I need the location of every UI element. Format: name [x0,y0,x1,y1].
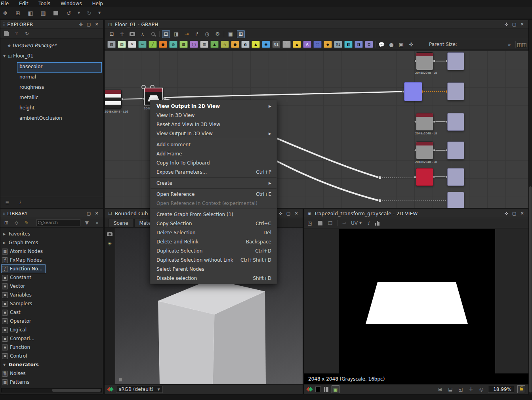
save-icon[interactable] [51,9,60,17]
overflow-icon[interactable]: » [93,219,101,226]
menu-item-create[interactable]: Create ▶ [150,178,277,188]
menu-windows[interactable]: Windows [61,1,82,6]
node-output-purple[interactable] [447,113,464,131]
view2d-canvas[interactable]: 2048 x 2048 (Grayscale, 16bpc) [304,229,528,384]
svg-node-icon[interactable]: ▤ [118,41,126,48]
sidebar-item-cast[interactable]: ▪ Cast [0,308,21,317]
menu-item-select-parent-nodes[interactable]: Select Parent Nodes [150,264,277,274]
sidebar-item-generators[interactable]: ▼ Generators [0,360,39,369]
center-view-icon[interactable]: ✛ [467,386,475,393]
output-row-metallic[interactable]: metallic [0,93,103,103]
sidebar-item-control[interactable]: ▪ Control [0,352,27,360]
crop-node-icon[interactable]: ✂ [138,41,147,48]
channels-icon[interactable] [324,387,328,392]
screenshot-icon[interactable] [128,30,136,38]
menu-item-copy-selection[interactable]: Copy Selection Ctrl+C [150,219,277,228]
sidebar-item-function-nodes[interactable]: ƒ Function No... [0,264,104,273]
graph-row[interactable]: ▼ ◫ Floor_01 [0,51,103,61]
node-output-purple[interactable] [447,52,464,70]
node-output-gray[interactable] [416,142,433,159]
zoom-level[interactable]: 18.99% [488,386,514,393]
node-output-gray[interactable] [416,52,433,70]
reroute-icon[interactable]: ↱ [193,30,201,38]
chevron-right-icon[interactable]: ▶ [2,232,7,236]
shape-node-icon[interactable]: ◆ [324,41,332,48]
normal-node-icon[interactable]: ◉ [262,41,270,48]
output-row-height[interactable]: height [0,103,103,114]
overflow-icon[interactable]: » [505,40,513,48]
close-icon[interactable]: ✕ [93,21,101,28]
vertical-scrollbar[interactable] [529,20,532,394]
transform-node-icon[interactable]: ⬚ [313,41,322,48]
menu-item-create-graph-from-selection[interactable]: Create Graph From Selection (1) [150,210,277,219]
instance-node-icon[interactable]: ⊡ [365,41,373,48]
tab-scene[interactable]: Scene [109,219,133,227]
pin-icon[interactable]: ✜ [276,210,284,217]
close-icon[interactable]: ✕ [93,210,101,217]
menu-item-open-reference[interactable]: Open Reference Ctrl+E [150,189,277,199]
save-image-icon[interactable] [317,220,324,227]
edit-icon[interactable]: ✎ [23,219,30,226]
hierarchy-icon[interactable]: ≣ [4,199,11,206]
filter-icon[interactable]: ▼ [84,219,91,226]
grid-toggle-icon[interactable]: ⊞ [237,30,245,38]
pixel-ratio-icon[interactable]: ◎ [478,386,485,393]
maximize-icon[interactable]: ▢ [510,21,518,28]
menu-item-delete-and-relink[interactable]: Delete and Relink Backspace [150,237,277,246]
colorspace-select[interactable]: sRGB (default) ▼ [116,386,163,393]
close-icon[interactable]: ✕ [518,21,526,28]
close-icon[interactable]: ✕ [292,210,300,217]
redo-history-caret-icon[interactable]: ▼ [97,11,101,15]
node-output-gray[interactable] [416,113,433,131]
output-row-basecolor[interactable]: basecolor [0,62,103,73]
chevron-down-icon[interactable]: ▼ [2,363,7,367]
menu-item-delete-selection[interactable]: Delete Selection Del [150,228,277,237]
scrollbar-thumb[interactable] [52,389,101,392]
image-frame-icon[interactable]: ▣ [397,40,405,48]
output-row-normal[interactable]: normal [0,73,103,83]
menu-tools[interactable]: Tools [38,1,50,6]
hsl-node-icon[interactable]: ◯ [190,41,198,48]
scene-tree-icon[interactable]: ≣ [117,376,124,383]
menu-item-copy-info[interactable]: Copy Info To Clipboard [150,158,277,167]
node-blend-active[interactable] [404,82,422,101]
collections-icon[interactable]: ◇ [13,219,20,226]
fit-width-icon[interactable]: ⬓ [447,386,454,393]
menu-item-view-output-3d[interactable]: View Output In 3D View ▶ [150,129,277,138]
library-horizontal-scrollbar[interactable] [1,388,102,392]
new-package-icon[interactable]: ❖ [1,9,10,17]
save-package-icon[interactable] [3,30,10,37]
snap-icon[interactable]: ⊟ [162,30,170,38]
menu-item-disable-selection[interactable]: Disable selection Shift+D [150,274,277,283]
levels-node-icon[interactable]: ▥ [200,41,208,48]
menu-item-add-frame[interactable]: Add Frame [150,149,277,158]
display-options-icon[interactable]: ▣ [227,30,235,38]
copy-image-icon[interactable]: ❐ [327,220,334,227]
text-node-icon[interactable]: A [303,41,311,48]
pushpin-icon[interactable]: ✜ [407,40,415,48]
comment-icon[interactable]: 💬 [378,40,385,48]
blur-node-icon[interactable]: ● [159,41,167,48]
info-cursor-icon[interactable]: i. [139,30,147,38]
undo-history-caret-icon[interactable]: ▼ [77,11,81,15]
scrollbar-thumb[interactable] [529,186,532,392]
info-icon[interactable]: i [365,220,372,227]
menu-item-duplicate-selection[interactable]: Duplicate Selection Ctrl+D [150,246,277,255]
sidebar-item-variables[interactable]: ▪ Variables [0,291,32,299]
sidebar-item-noises[interactable]: ▒ Noises [0,369,26,378]
grayscale-conversion-icon[interactable]: 01 [272,41,280,48]
chevron-right-icon[interactable]: ▶ [2,241,7,245]
bitmap-node-icon[interactable]: ▨ [107,41,116,48]
link-package-icon[interactable]: ⊞ [13,9,22,17]
sidebar-item-function[interactable]: ▪ Function [0,343,30,352]
output-row-ambientocclusion[interactable]: ambientOcclusion [0,114,103,124]
reload-icon[interactable]: ↻ [23,30,31,37]
menu-item-expose-parameters[interactable]: Expose Parameters... Ctrl+P [150,167,277,176]
switch-node-icon[interactable]: 01 [334,41,342,48]
curve-node-icon[interactable]: ⌒ [282,41,291,48]
material-channels-icon[interactable] [108,388,113,391]
menu-item-view-output-2d[interactable]: View Output In 2D View ▶ [150,101,277,111]
maximize-icon[interactable]: ▢ [85,21,93,28]
sidebar-item-patterns[interactable]: ▦ Patterns [0,378,29,387]
export-package-icon[interactable]: ⇧ [13,30,20,37]
